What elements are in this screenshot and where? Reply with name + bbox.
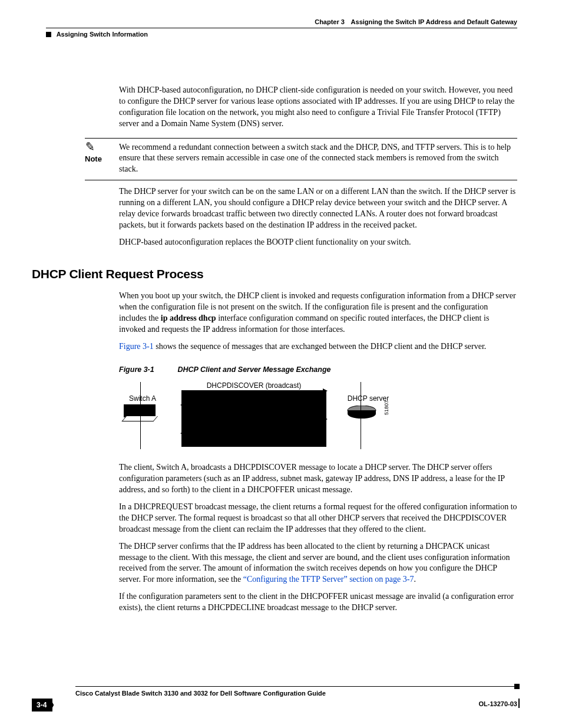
body-text: If the configuration parameters sent to … xyxy=(119,591,517,614)
body-text: With DHCP-based autoconfiguration, no DH… xyxy=(119,85,517,130)
chapter-label: Chapter 3 xyxy=(315,18,349,25)
body-text: The DHCP server for your switch can be o… xyxy=(119,186,517,231)
section-link[interactable]: “Configuring the TFTP Server” section on… xyxy=(243,575,414,584)
page-footer: Cisco Catalyst Blade Switch 3130 and 303… xyxy=(32,686,517,710)
figure-link[interactable]: Figure 3-1 xyxy=(119,342,154,351)
body-text: In a DHCPREQUEST broadcast message, the … xyxy=(119,502,517,535)
vertical-rule xyxy=(361,382,361,449)
document-id: OL-13270-03 xyxy=(479,699,517,709)
header-marker-icon xyxy=(46,32,51,37)
body-text: The DHCP server confirms that the IP add… xyxy=(119,541,517,586)
arrow-left-icon xyxy=(181,433,326,447)
arrow-left-icon xyxy=(181,404,326,419)
body-text: The client, Switch A, broadcasts a DHCPD… xyxy=(119,462,517,496)
chapter-title: Assigning the Switch IP Address and Defa… xyxy=(351,18,517,25)
figure-caption: Figure 3-1 DHCP Client and Server Messag… xyxy=(119,365,517,375)
page-number: 3-4 xyxy=(32,699,52,711)
book-title: Cisco Catalyst Blade Switch 3130 and 303… xyxy=(75,689,326,698)
main-content: With DHCP-based autoconfiguration, no DH… xyxy=(119,85,517,614)
page-header: Chapter 3 Assigning the Switch IP Addres… xyxy=(46,18,517,46)
footer-separator xyxy=(518,699,520,708)
figure-diagram: Switch A DHCP server DHCPDISCOVER (broad… xyxy=(119,380,390,449)
router-icon xyxy=(346,406,377,423)
switch-label: Switch A xyxy=(119,394,166,403)
vertical-rule xyxy=(140,382,141,449)
note-block: ✎ Note We recommend a redundant connecti… xyxy=(85,138,517,181)
body-text: Figure 3-1 shows the sequence of message… xyxy=(119,341,517,353)
footer-marker-icon xyxy=(514,684,520,689)
arrow-right-icon xyxy=(181,390,326,404)
dhcp-message: DHCPDISCOVER (broadcast) xyxy=(207,381,302,390)
section-heading: DHCP Client Request Process xyxy=(32,266,517,282)
command-text: ip address dhcp xyxy=(161,314,216,322)
figure-id: 51807 xyxy=(383,400,390,415)
section-title: Assigning Switch Information xyxy=(57,31,148,38)
body-text: When you boot up your switch, the DHCP c… xyxy=(119,291,517,335)
figure-title: DHCP Client and Server Message Exchange xyxy=(177,365,330,374)
note-text: We recommend a redundant connection betw… xyxy=(119,142,517,176)
arrow-right-icon xyxy=(181,419,326,433)
figure-number: Figure 3-1 xyxy=(119,365,176,375)
pencil-icon: ✎ xyxy=(84,140,120,155)
note-label: Note xyxy=(85,154,102,163)
body-text: DHCP-based autoconfiguration replaces th… xyxy=(119,237,517,248)
